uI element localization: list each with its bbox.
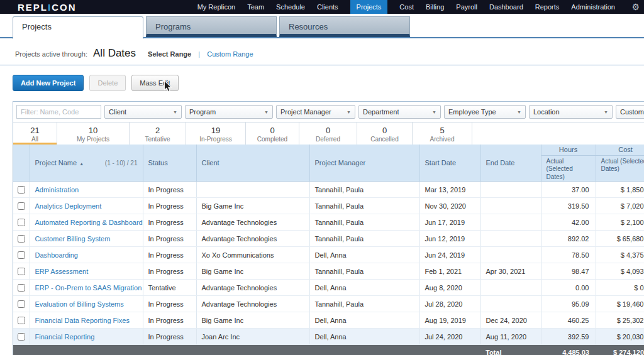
status-filter-in-progress[interactable]: 19 In-Progress xyxy=(186,123,246,145)
projects-panel: Client ▼ Program ▼ Project Manager ▼ Dep… xyxy=(13,101,644,355)
row-checkbox[interactable] xyxy=(18,284,25,292)
checkbox-cell xyxy=(13,329,30,345)
custom-fields-filter-dropdown[interactable]: Custom fi ▼ xyxy=(616,105,644,119)
nav-item-team[interactable]: Team xyxy=(247,0,264,14)
status-filter-tentative[interactable]: 2 Tentative xyxy=(130,123,186,145)
nav-item-schedule[interactable]: Schedule xyxy=(276,0,305,14)
status-cell: Tentative xyxy=(143,280,196,296)
status-cell: In Progress xyxy=(143,329,196,345)
status-filter-deferred[interactable]: 0 Deferred xyxy=(299,123,357,145)
range-prefix-label: Projects active through: xyxy=(15,50,87,58)
project-link[interactable]: Customer Billing System xyxy=(35,235,111,243)
project-link[interactable]: ERP - On-Prem to SAAS Migration xyxy=(35,284,142,292)
end-date-cell xyxy=(480,247,541,263)
tab-programs[interactable]: Programs xyxy=(146,16,277,37)
nav-item-my-replicon[interactable]: My Replicon xyxy=(197,0,236,14)
status-cell: In Progress xyxy=(143,231,196,247)
count-value: 2 xyxy=(155,126,160,134)
nav-item-cost[interactable]: Cost xyxy=(399,0,414,14)
row-checkbox[interactable] xyxy=(18,300,25,308)
project-link[interactable]: Financial Reporting xyxy=(35,333,95,341)
status-filter-all[interactable]: 21 All xyxy=(13,123,57,145)
program-filter-dropdown[interactable]: Program ▼ xyxy=(185,105,273,119)
cost-cell: $ 2,100 xyxy=(596,214,644,231)
row-checkbox[interactable] xyxy=(18,219,25,226)
location-filter-dropdown[interactable]: Location ▼ xyxy=(529,105,613,119)
row-checkbox[interactable] xyxy=(18,202,25,210)
nav-item-reports[interactable]: Reports xyxy=(535,0,560,14)
nav-item-dashboard[interactable]: Dashboard xyxy=(489,0,523,14)
chevron-down-icon: ▼ xyxy=(173,110,177,114)
checkbox-cell xyxy=(13,198,30,214)
col-header-end-date[interactable]: End Date xyxy=(480,145,541,182)
project-link[interactable]: Dashboarding xyxy=(35,251,79,259)
checkbox-cell xyxy=(13,214,30,231)
name-code-filter-input[interactable] xyxy=(16,105,101,119)
start-date-cell: Nov 30, 2020 xyxy=(419,198,480,214)
project-manager-filter-dropdown[interactable]: Project Manager ▼ xyxy=(276,105,355,119)
nav-item-payroll[interactable]: Payroll xyxy=(456,0,477,14)
start-date-cell: Feb 1, 2021 xyxy=(419,263,480,280)
project-link[interactable]: Automated Reporting & Dashboards xyxy=(35,219,143,226)
count-label: Deferred xyxy=(316,136,340,143)
logo-text: CON xyxy=(52,2,76,13)
hours-cell: 37.00 xyxy=(541,182,596,198)
project-link[interactable]: ERP Assessment xyxy=(35,268,89,275)
col-header-client[interactable]: Client xyxy=(196,145,309,182)
tab-resources[interactable]: Resources xyxy=(279,16,410,37)
col-header-start-date[interactable]: Start Date xyxy=(419,145,480,182)
count-label: In-Progress xyxy=(199,136,232,143)
range-value: All Dates xyxy=(93,47,136,59)
col-header-project-manager[interactable]: Project Manager xyxy=(309,145,419,182)
cost-cell: $ 1,850 xyxy=(596,182,644,198)
main-nav: My Replicon Team Schedule Clients Projec… xyxy=(77,0,644,14)
col-header-project-name[interactable]: Project Name▲ (1 - 10) / 21 xyxy=(30,145,143,182)
status-filter-archived[interactable]: 5 Archived xyxy=(413,123,472,145)
nav-item-projects[interactable]: Projects xyxy=(350,0,388,14)
project-link[interactable]: Financial Data Reporting Fixes xyxy=(35,317,130,324)
select-range-link[interactable]: Select Range xyxy=(148,50,191,58)
employee-type-filter-dropdown[interactable]: Employee Type ▼ xyxy=(444,105,526,119)
project-link[interactable]: Administration xyxy=(35,186,79,194)
status-filter-completed[interactable]: 0 Completed xyxy=(246,123,299,145)
add-new-project-button[interactable]: Add New Project xyxy=(13,75,84,91)
start-date-cell: Jul 24, 2020 xyxy=(419,329,480,345)
nav-item-clients[interactable]: Clients xyxy=(317,0,338,14)
hours-cell: 392.59 xyxy=(541,329,596,345)
chevron-down-icon: ▼ xyxy=(432,110,436,114)
row-checkbox[interactable] xyxy=(18,268,25,275)
department-filter-dropdown[interactable]: Department ▼ xyxy=(358,105,441,119)
client-filter-dropdown[interactable]: Client ▼ xyxy=(104,105,182,119)
row-checkbox[interactable] xyxy=(18,235,25,243)
hours-cell: 95.09 xyxy=(541,296,596,312)
status-filter-cancelled[interactable]: 0 Cancelled xyxy=(357,123,413,145)
gear-icon[interactable]: ⚙ xyxy=(631,2,640,12)
total-spacer xyxy=(13,345,480,355)
status-filter-bar: 21 All 10 My Projects 2 Tentative 19 In-… xyxy=(13,122,644,145)
nav-item-billing[interactable]: Billing xyxy=(426,0,444,14)
dropdown-label: Employee Type xyxy=(448,108,496,116)
col-header-status[interactable]: Status xyxy=(143,145,196,182)
client-cell: Advantage Technologies xyxy=(196,214,309,231)
project-name-cell: Financial Data Reporting Fixes xyxy=(30,312,143,329)
row-checkbox[interactable] xyxy=(18,251,25,259)
row-checkbox[interactable] xyxy=(18,333,25,341)
chevron-down-icon: ▼ xyxy=(264,110,269,114)
nav-item-administration[interactable]: Administration xyxy=(571,0,615,14)
project-link[interactable]: Evaluation of Billing Systems xyxy=(35,300,124,308)
project-name-cell: Dashboarding xyxy=(30,247,143,263)
project-link[interactable]: Analytics Deployment xyxy=(35,202,102,210)
custom-range-link[interactable]: Custom Range xyxy=(207,50,253,58)
hours-cell: 460.25 xyxy=(541,312,596,329)
tab-projects[interactable]: Projects xyxy=(13,16,143,39)
row-checkbox[interactable] xyxy=(18,317,25,324)
count-value: 10 xyxy=(89,126,97,134)
row-checkbox[interactable] xyxy=(18,186,25,194)
dropdown-label: Program xyxy=(189,108,216,116)
status-filter-my-projects[interactable]: 10 My Projects xyxy=(57,123,130,145)
status-cell: In Progress xyxy=(143,247,196,263)
total-cost: $ 274,120 xyxy=(596,345,644,355)
delete-button[interactable]: Delete xyxy=(89,75,126,91)
count-label: My Projects xyxy=(77,136,109,143)
checkbox-cell xyxy=(13,182,30,198)
